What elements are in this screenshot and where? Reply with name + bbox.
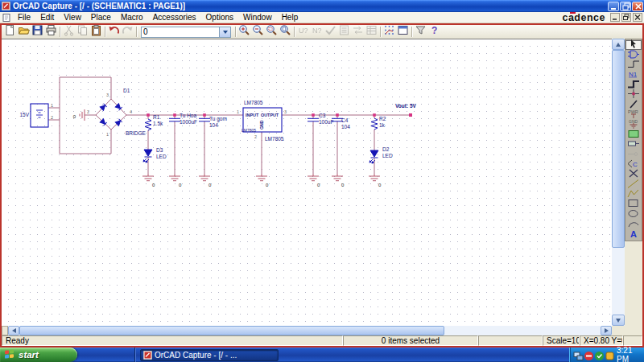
r2-value[interactable]: 1k (379, 122, 386, 128)
d2-ref[interactable]: D2 (382, 146, 390, 152)
print-button[interactable] (44, 26, 58, 39)
horizontal-scrollbar[interactable] (2, 326, 612, 335)
new-document-button[interactable] (3, 26, 17, 39)
ground-label: 0 (266, 183, 269, 187)
schematic-drawing[interactable]: INPUT OUTPUT GND LM7805 15V D1 BRIDGE R1… (2, 39, 612, 326)
toolbar-separator (105, 27, 105, 37)
project-manager-button[interactable] (396, 26, 410, 39)
paste-button[interactable] (89, 26, 103, 39)
c4-ref[interactable]: C4 (341, 117, 349, 123)
d3-ref[interactable]: D3 (156, 147, 163, 153)
mdi-minimize-button[interactable] (610, 13, 620, 22)
c1-value[interactable]: 1000uF (180, 119, 197, 125)
place-text-button[interactable]: A (625, 229, 642, 239)
zoom-level-input[interactable] (142, 27, 219, 37)
r1-ref[interactable]: R1 (153, 114, 160, 120)
update-icon[interactable] (605, 350, 614, 360)
u1-value[interactable]: LM7805 (242, 128, 256, 133)
restore-button[interactable] (620, 2, 631, 11)
selection-filter-button[interactable] (414, 26, 427, 39)
bill-of-materials-button (365, 26, 378, 39)
annotate-button: U? (296, 26, 310, 39)
horizontal-scroll-thumb[interactable] (19, 326, 444, 335)
toolbar-separator (235, 27, 236, 37)
vout-label[interactable]: Vout: 5V (395, 103, 417, 109)
scroll-down-button[interactable] (612, 315, 625, 326)
help-button[interactable]: ? (427, 26, 441, 39)
pane-splitter[interactable] (2, 326, 8, 335)
menu-window[interactable]: Window (238, 12, 277, 23)
c3-ref[interactable]: C3 (319, 113, 326, 118)
zoom-level-combo[interactable] (141, 27, 231, 38)
zoom-area-button[interactable] (265, 26, 279, 39)
svg-text:?: ? (431, 25, 437, 36)
vout-node (409, 113, 412, 117)
zoom-in-button[interactable] (237, 26, 251, 39)
schematic-canvas[interactable]: INPUT OUTPUT GND LM7805 15V D1 BRIDGE R1… (2, 39, 612, 326)
open-document-button[interactable] (17, 26, 31, 39)
scroll-up-button[interactable] (612, 39, 625, 50)
v1-value[interactable]: 15V (19, 112, 29, 117)
d1-pin4: 4 (130, 109, 132, 114)
tool-palette-buttons: N1PWRGNDCA (625, 39, 642, 241)
menu-file[interactable]: File (13, 12, 35, 23)
c2-value[interactable]: 104 (209, 122, 218, 128)
c4-value[interactable]: 104 (341, 124, 350, 130)
vertical-scroll-thumb[interactable] (612, 50, 625, 248)
scroll-right-button[interactable] (601, 326, 612, 335)
resistor-r1 (145, 119, 151, 130)
scroll-left-button[interactable] (8, 326, 19, 335)
zoom-all-button[interactable] (279, 26, 292, 39)
wires[interactable] (48, 77, 411, 174)
menu-help[interactable]: Help (277, 12, 303, 23)
toolbar-separator (411, 27, 412, 37)
menu-items: FileEditViewPlaceMacroAccessoriesOptions… (13, 12, 303, 23)
r1-value[interactable]: 1.5k (153, 121, 163, 126)
u1-bottom-label[interactable]: LM7805 (265, 136, 284, 142)
title-bar[interactable]: OrCAD Capture - [/ - (SCHEMATIC1 : PAGE1… (0, 0, 644, 12)
zoom-out-button[interactable] (251, 26, 265, 39)
start-button[interactable]: start (0, 348, 77, 362)
antivirus-icon[interactable] (594, 350, 604, 360)
status-spacer (478, 335, 543, 346)
save-document-button[interactable] (31, 26, 44, 39)
taskbar: start OrCAD Capture - [/ - ... 3:21 PM (0, 348, 644, 362)
minimize-button[interactable] (608, 2, 619, 11)
d1-ref[interactable]: D1 (123, 88, 130, 93)
menu-view[interactable]: View (59, 12, 86, 23)
r2-ref[interactable]: R2 (379, 116, 386, 121)
open-document-icon (18, 24, 30, 39)
menu-accessories[interactable]: Accessories (148, 12, 201, 23)
copy-button (76, 26, 89, 39)
close-button[interactable] (632, 2, 643, 11)
c1-ref[interactable]: Tu Hoa (180, 113, 196, 118)
mdi-restore-button[interactable] (621, 13, 631, 22)
menu-place[interactable]: Place (86, 12, 116, 23)
windows-flag-icon (4, 349, 15, 360)
snap-to-grid-button[interactable] (382, 26, 396, 39)
taskbar-item-orcad[interactable]: OrCAD Capture - [/ - ... (140, 349, 279, 361)
menu-options[interactable]: Options (201, 12, 238, 23)
network-icon[interactable] (573, 350, 583, 360)
arrow-down-icon (616, 319, 621, 323)
system-tray: 3:21 PM (570, 348, 644, 362)
d2-value[interactable]: LED (382, 153, 393, 158)
status-selection: 0 items selected (343, 335, 478, 346)
mdi-close-button[interactable] (633, 13, 642, 22)
menu-edit[interactable]: Edit (35, 12, 59, 23)
undo-button[interactable] (107, 26, 121, 39)
d3-value[interactable]: LED (156, 154, 167, 159)
component-v1-source[interactable] (31, 104, 48, 127)
u1-ref[interactable]: LM7805 (244, 100, 263, 105)
component-u1-lm7805[interactable]: INPUT OUTPUT GND LM7805 (242, 108, 282, 133)
menu-macro[interactable]: Macro (116, 12, 148, 23)
u1-pin3: 3 (284, 109, 287, 114)
d1-value[interactable]: BRIDGE (126, 130, 147, 136)
c2-ref[interactable]: Tu gom (209, 116, 227, 122)
c3-value[interactable]: 100uF (319, 119, 333, 125)
security-alert-icon[interactable] (584, 350, 593, 360)
bridge-diodes[interactable] (100, 104, 122, 125)
vertical-scrollbar[interactable] (612, 39, 625, 326)
ground-symbols[interactable] (80, 109, 380, 181)
combo-dropdown-icon[interactable] (219, 27, 230, 37)
